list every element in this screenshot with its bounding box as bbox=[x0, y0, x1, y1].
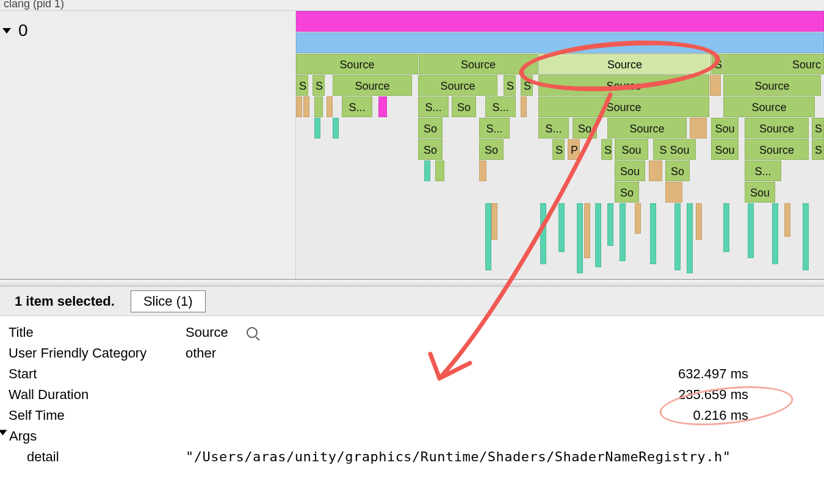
flame-bar[interactable]: Sou bbox=[745, 182, 775, 203]
flame-bar[interactable] bbox=[296, 32, 824, 53]
flame-bar[interactable] bbox=[327, 96, 333, 117]
flame-bar[interactable]: S bbox=[296, 75, 308, 96]
flame-bar[interactable] bbox=[584, 203, 590, 258]
flame-bar[interactable]: S bbox=[812, 118, 824, 139]
track-row-toggle[interactable]: 0 bbox=[0, 21, 28, 40]
flame-bar[interactable]: So bbox=[418, 139, 443, 160]
flame-bar[interactable]: So bbox=[418, 118, 443, 139]
flame-bar[interactable] bbox=[540, 203, 546, 264]
detail-key-category: User Friendly Category bbox=[9, 345, 186, 361]
flame-bar[interactable] bbox=[696, 203, 702, 240]
flame-bar[interactable] bbox=[687, 203, 693, 273]
detail-key-start: Start bbox=[9, 366, 186, 382]
flame-bar[interactable]: S bbox=[601, 139, 612, 160]
flame-bar[interactable]: Source bbox=[418, 75, 497, 96]
flame-bar[interactable] bbox=[665, 182, 682, 203]
process-header: clang (pid 1) bbox=[0, 0, 824, 11]
flame-bar[interactable] bbox=[521, 96, 527, 117]
detail-val-category: other bbox=[186, 345, 815, 361]
flame-bar[interactable]: So bbox=[452, 96, 476, 117]
detail-val-wall: 235.659 ms bbox=[186, 387, 815, 403]
selection-header: 1 item selected. Slice (1) bbox=[0, 287, 824, 316]
flame-bar[interactable] bbox=[710, 75, 721, 96]
flame-bar[interactable] bbox=[333, 118, 339, 139]
flame-bar[interactable]: S... bbox=[418, 96, 449, 117]
flame-bar[interactable]: S bbox=[504, 75, 516, 96]
flame-bar[interactable] bbox=[607, 203, 613, 246]
flame-bar[interactable] bbox=[620, 203, 626, 261]
pane-divider[interactable] bbox=[0, 279, 824, 287]
flame-graph[interactable]: Source Source Source S Sourc S S Source … bbox=[296, 11, 824, 279]
flame-bar[interactable]: Source bbox=[333, 75, 412, 96]
detail-val-start: 632.497 ms bbox=[186, 366, 815, 382]
flame-bar[interactable] bbox=[558, 203, 565, 252]
flame-bar[interactable]: Sou bbox=[615, 160, 645, 181]
flame-bar[interactable] bbox=[424, 160, 430, 181]
detail-key-title: Title bbox=[9, 325, 186, 340]
flame-bar[interactable]: S... bbox=[538, 118, 569, 139]
flame-bar[interactable] bbox=[314, 96, 323, 117]
chevron-down-icon bbox=[2, 28, 11, 34]
flame-bar[interactable]: Sourc bbox=[723, 54, 824, 74]
detail-key-detail: detail bbox=[27, 449, 186, 465]
flame-bar[interactable]: Source bbox=[745, 118, 809, 139]
flame-bar[interactable]: Source bbox=[419, 54, 538, 74]
flame-bar[interactable] bbox=[435, 160, 444, 181]
flame-bar[interactable] bbox=[650, 203, 656, 264]
flame-bar[interactable]: Source bbox=[607, 118, 687, 139]
flame-bar[interactable] bbox=[635, 203, 641, 234]
flame-bar[interactable]: S bbox=[812, 139, 824, 160]
flame-bar[interactable]: S bbox=[552, 139, 565, 160]
flame-bar[interactable]: Source bbox=[745, 139, 809, 160]
flame-bar[interactable] bbox=[577, 203, 583, 273]
flame-bar[interactable] bbox=[649, 160, 662, 181]
flame-bar[interactable]: Sou bbox=[711, 139, 739, 160]
process-label: clang (pid 1) bbox=[4, 0, 64, 7]
flame-bar[interactable] bbox=[723, 203, 729, 252]
flame-bar[interactable] bbox=[748, 203, 754, 258]
flame-bar[interactable]: S... bbox=[342, 96, 372, 117]
flame-bar[interactable] bbox=[595, 203, 601, 267]
flame-bar[interactable]: Sou bbox=[615, 139, 648, 160]
flame-bar[interactable]: Source bbox=[296, 54, 418, 74]
flame-bar[interactable] bbox=[674, 203, 681, 270]
flame-bar[interactable] bbox=[296, 11, 824, 32]
flame-bar[interactable]: So bbox=[479, 139, 504, 160]
flame-bar[interactable] bbox=[772, 203, 778, 264]
flame-bar[interactable] bbox=[314, 118, 320, 139]
detail-key-self: Self Time bbox=[9, 408, 186, 423]
flame-bar[interactable]: Source bbox=[538, 75, 709, 96]
flame-bar[interactable] bbox=[491, 203, 497, 240]
flame-bar[interactable] bbox=[784, 203, 790, 237]
detail-val-title: Source bbox=[186, 325, 815, 340]
flame-bar[interactable] bbox=[803, 203, 809, 270]
flame-bar[interactable]: S Sou bbox=[653, 139, 696, 160]
flame-bar[interactable] bbox=[303, 96, 309, 117]
flame-bar[interactable]: So bbox=[665, 160, 690, 181]
chevron-down-icon[interactable] bbox=[0, 430, 7, 436]
search-icon[interactable] bbox=[247, 327, 258, 338]
flame-bar[interactable]: S... bbox=[485, 96, 516, 117]
flame-bar[interactable]: Source bbox=[538, 96, 709, 117]
flame-bar[interactable]: S bbox=[712, 54, 723, 74]
flame-bar[interactable]: Source bbox=[723, 96, 815, 117]
flame-bar[interactable] bbox=[479, 160, 486, 181]
flame-bar[interactable] bbox=[378, 96, 387, 117]
flame-bar[interactable]: S bbox=[521, 75, 533, 96]
flame-bar[interactable]: S... bbox=[479, 118, 510, 139]
flame-bar[interactable]: P bbox=[568, 139, 580, 160]
flame-bar[interactable] bbox=[485, 203, 491, 270]
selection-summary: 1 item selected. bbox=[15, 293, 115, 309]
flame-bar[interactable]: Source bbox=[723, 75, 821, 96]
flame-bar[interactable]: S bbox=[313, 75, 325, 96]
flame-bar[interactable]: So bbox=[573, 118, 597, 139]
detail-val-detail: "/Users/aras/unity/graphics/Runtime/Shad… bbox=[186, 449, 815, 465]
track-row-label: 0 bbox=[18, 21, 28, 40]
flame-bar[interactable] bbox=[690, 118, 707, 139]
flame-bar[interactable]: Sou bbox=[711, 118, 739, 139]
tab-slice[interactable]: Slice (1) bbox=[131, 290, 206, 312]
flame-bar[interactable]: So bbox=[615, 182, 639, 203]
flame-bar[interactable]: S... bbox=[745, 160, 781, 181]
flame-bar-selected[interactable]: Source bbox=[538, 54, 711, 74]
flame-bar[interactable] bbox=[296, 96, 302, 117]
